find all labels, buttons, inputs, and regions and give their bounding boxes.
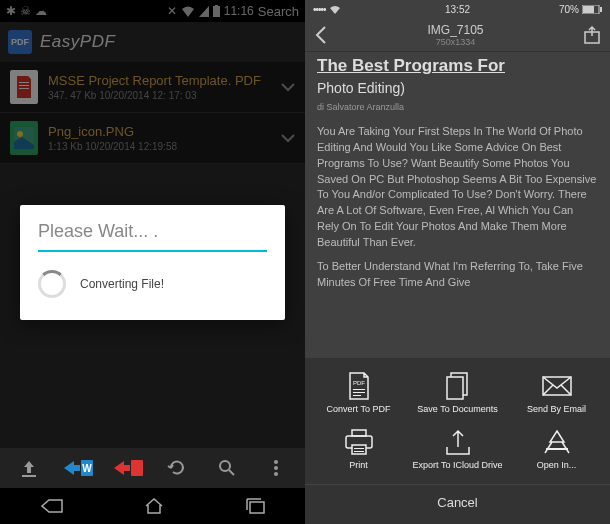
svg-point-7 — [220, 461, 230, 471]
ios-header: IMG_7105 750x1334 — [305, 18, 610, 52]
save-documents-button[interactable]: Save To Documents — [408, 368, 507, 418]
svg-rect-19 — [353, 395, 361, 396]
article-subtitle: Photo Editing) — [317, 78, 598, 98]
ios-screen: ••••• 13:52 70% IMG_7105 750x1 — [305, 0, 610, 524]
wifi-icon — [329, 5, 341, 14]
convert-pdf-button[interactable]: PDF Convert To PDF — [309, 368, 408, 418]
refresh-button[interactable] — [157, 450, 197, 486]
svg-point-10 — [274, 472, 278, 476]
dialog-message: Converting File! — [80, 277, 164, 291]
wait-dialog: Please Wait... . Converting File! — [20, 205, 285, 320]
ios-statusbar: ••••• 13:52 70% — [305, 0, 610, 18]
back-nav-button[interactable] — [41, 498, 63, 514]
svg-rect-18 — [353, 392, 365, 393]
documents-icon — [445, 372, 471, 400]
action-label: Send By Email — [527, 404, 586, 414]
android-screen: ✱ ☠ ☁ ✕ 11:16 Search PDF EasyPDF — [0, 0, 305, 524]
send-email-button[interactable]: Send By Email — [507, 368, 606, 418]
svg-rect-21 — [447, 377, 463, 399]
open-in-button[interactable]: Open In... — [507, 424, 606, 474]
spinner-icon — [38, 270, 66, 298]
back-button[interactable] — [315, 26, 327, 44]
dialog-overlay: Please Wait... . Converting File! — [0, 0, 305, 524]
article-paragraph: You Are Taking Your First Steps In The W… — [317, 124, 598, 252]
header-subtitle: 750x1334 — [427, 37, 483, 47]
home-nav-button[interactable] — [144, 498, 164, 514]
action-label: Open In... — [537, 460, 577, 470]
export-word-button[interactable]: W — [58, 450, 98, 486]
article-author: di Salvatore Aranzulla — [317, 101, 598, 114]
recent-nav-button[interactable] — [245, 498, 265, 514]
svg-rect-13 — [583, 6, 594, 13]
article-paragraph: To Better Understand What I'm Referring … — [317, 259, 598, 291]
signal-dots-icon: ••••• — [313, 4, 326, 15]
svg-rect-26 — [354, 448, 364, 449]
article-content: The Best Programs For Photo Editing) di … — [305, 52, 610, 335]
svg-rect-28 — [546, 448, 568, 450]
header-title: IMG_7105 — [427, 23, 483, 37]
more-button[interactable] — [256, 450, 296, 486]
upload-icon — [446, 428, 470, 456]
dialog-divider — [38, 250, 267, 252]
svg-rect-14 — [600, 7, 602, 12]
action-label: Convert To PDF — [327, 404, 391, 414]
article-body: You Are Taking Your First Steps In The W… — [317, 124, 598, 291]
action-label: Save To Documents — [417, 404, 497, 414]
print-button[interactable]: Print — [309, 424, 408, 474]
svg-rect-17 — [353, 389, 365, 390]
search-button[interactable] — [207, 450, 247, 486]
header-title-wrap: IMG_7105 750x1334 — [427, 23, 483, 47]
svg-point-9 — [274, 466, 278, 470]
export-icloud-button[interactable]: Export To ICloud Drive — [408, 424, 507, 474]
status-time: 13:52 — [445, 4, 470, 15]
share-button[interactable] — [584, 26, 600, 44]
email-icon — [542, 372, 572, 400]
dialog-title: Please Wait... . — [38, 221, 267, 242]
svg-rect-11 — [250, 502, 264, 513]
svg-rect-27 — [354, 451, 364, 452]
cancel-button[interactable]: Cancel — [305, 484, 610, 510]
svg-point-8 — [274, 460, 278, 464]
svg-text:PDF: PDF — [353, 380, 365, 386]
app-store-icon — [544, 428, 570, 456]
article-title: The Best Programs For — [317, 56, 598, 76]
android-nav — [0, 488, 305, 524]
svg-text:W: W — [83, 463, 93, 474]
action-sheet: PDF Convert To PDF Save To Documents Sen… — [305, 358, 610, 524]
printer-icon — [345, 428, 373, 456]
battery-percent: 70% — [559, 4, 579, 15]
action-label: Export To ICloud Drive — [413, 460, 503, 470]
pdf-icon: PDF — [347, 372, 371, 400]
svg-rect-25 — [352, 445, 366, 454]
svg-rect-23 — [352, 430, 366, 436]
svg-rect-6 — [131, 460, 143, 476]
action-label: Print — [349, 460, 368, 470]
bottom-toolbar: W — [0, 448, 305, 488]
upload-button[interactable] — [9, 450, 49, 486]
battery-icon — [582, 5, 602, 14]
export-pdf-button[interactable] — [108, 450, 148, 486]
